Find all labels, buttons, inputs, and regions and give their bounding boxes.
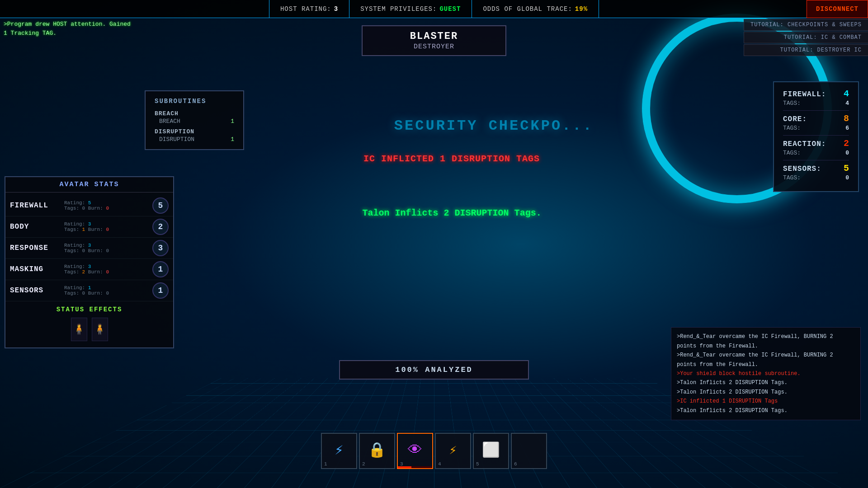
entity-name: Blaster: [390, 31, 478, 42]
status-effects-label: Status Effects: [5, 301, 173, 316]
body-tags: 1: [82, 227, 85, 232]
hotbar-num-6: 6: [514, 461, 517, 467]
core-tags-row: TAGS: 6: [783, 125, 849, 131]
mask-rating: 3: [88, 264, 91, 269]
firewall-label: Firewall:: [783, 90, 826, 99]
reaction-tags-label: TAGS:: [783, 150, 801, 156]
trace-label: Odds of Global Trace:: [483, 5, 572, 13]
stat-name-masking: Masking: [10, 265, 64, 273]
status-icon-2: 🧍: [92, 318, 108, 341]
hotbar-num-4: 4: [438, 461, 441, 467]
body-rating: 3: [88, 221, 91, 227]
sensors-stat-row: Sensors: 5: [783, 163, 849, 174]
hotbar-slot-5[interactable]: ⬜ 5: [473, 433, 509, 469]
reaction-tags-row: TAGS: 0: [783, 150, 849, 156]
sub-category-breach: Breach: [155, 110, 234, 117]
stat-details-body: Rating: 3 Tags: 1 Burn: 0: [64, 221, 152, 232]
firewall-tags-label: TAGS:: [783, 100, 801, 107]
avatar-stats-title: Avatar Stats: [5, 177, 173, 192]
sub-item-breach-name: Breach: [159, 118, 180, 125]
reaction-value: 2: [844, 138, 849, 149]
sensors-tags-row: TAGS: 0: [783, 174, 849, 181]
body-burn: 0: [106, 227, 109, 232]
host-rating-label: HOST Rating:: [280, 5, 331, 13]
entity-type: Destroyer: [390, 43, 478, 51]
log-line-7: >Talon Inflicts 2 DISRUPTION Tags.: [677, 406, 855, 415]
log-line-2: >Rend_&_Tear overcame the IC Firewall, B…: [677, 351, 855, 369]
reaction-label: Reaction:: [783, 140, 826, 148]
sub-item-breach: Breach 1: [155, 118, 234, 125]
log-line-1: >Rend_&_Tear overcame the IC Firewall, B…: [677, 332, 855, 351]
entity-panel: Blaster Destroyer: [362, 25, 506, 56]
subroutines-title: Subroutines: [155, 98, 234, 105]
hotbar-bar-fill-3: [398, 466, 411, 468]
top-log: >Program drew HOST attention. Gained 1 T…: [4, 20, 131, 38]
hotbar-icon-5: ⬜: [482, 444, 500, 458]
sens-rating: 1: [88, 285, 91, 291]
top-bar: HOST Rating: 3 System Privileges: GUEST …: [0, 0, 868, 18]
hotbar-slot-2[interactable]: 🔒 2: [359, 433, 395, 469]
fw-burn: 0: [106, 206, 109, 211]
avatar-stats-panel: Avatar Stats Firewall Rating: 5 Tags: 0 …: [5, 176, 174, 348]
top-log-line1: >Program drew HOST attention. Gained: [4, 20, 131, 29]
tutorial-panel: Tutorial: Checkpoints & Sweeps Tutorial:…: [744, 19, 868, 57]
hotbar-slot-6[interactable]: 6: [511, 433, 547, 469]
analysis-bar: 100% Analyzed: [339, 360, 529, 380]
hotbar-icon-4: ⚡: [449, 445, 457, 457]
trace-value: 19%: [575, 5, 588, 13]
tutorial-item-2[interactable]: Tutorial: IC & Combat: [744, 32, 868, 43]
hotbar-num-1: 1: [324, 461, 327, 467]
sensors-tags-label: TAGS:: [783, 174, 801, 181]
combat-message-1: IC inflicted 1 DISRUPTION Tags: [363, 154, 540, 164]
security-checkpoint-text: SECURITY CHECKPO...: [394, 117, 594, 134]
mask-tags: 2: [82, 269, 85, 275]
top-log-line2: 1 Tracking TAG.: [4, 29, 131, 38]
stat-row-firewall: Firewall Rating: 5 Tags: 0 Burn: 0 5: [5, 195, 173, 216]
sensors-label: Sensors:: [783, 165, 821, 173]
sensors-tags-value: 0: [845, 174, 849, 181]
core-stat-row: Core: 8: [783, 113, 849, 124]
stat-name-response: Response: [10, 244, 64, 252]
reaction-stat-row: Reaction: 2: [783, 138, 849, 149]
log-line-5: >Talon Inflicts 2 DISRUPTION Tags.: [677, 388, 855, 397]
stat-row-body: Body Rating: 3 Tags: 1 Burn: 0 2: [5, 216, 173, 238]
hotbar-slot-1[interactable]: ⚡ 1: [321, 433, 357, 469]
host-rating-stat: HOST Rating: 3: [269, 0, 349, 18]
trace-stat: Odds of Global Trace: 19%: [472, 0, 599, 18]
tutorial-item-3[interactable]: Tutorial: Destroyer IC: [744, 44, 868, 56]
firewall-stat-row: Firewall: 4: [783, 89, 849, 99]
hotbar-icon-6: [522, 444, 536, 458]
fw-rating: 5: [88, 200, 91, 206]
stat-ball-masking: 1: [152, 261, 169, 277]
firewall-value: 4: [844, 89, 849, 99]
hotbar-icon-1: ⚡: [335, 444, 343, 458]
analysis-text: 100% Analyzed: [363, 366, 505, 374]
stat-details-response: Rating: 3 Tags: 0 Burn: 0: [64, 243, 152, 253]
hotbar: ⚡ 1 🔒 2 👁 3 ⚡ 4 ⬜ 5 6: [321, 433, 547, 469]
hotbar-slot-4[interactable]: ⚡ 4: [435, 433, 471, 469]
sys-priv-value: GUEST: [439, 5, 461, 13]
disconnect-button[interactable]: Disconnect: [807, 0, 868, 18]
hotbar-slot-3[interactable]: 👁 3: [397, 433, 433, 469]
stat-row-masking: Masking Rating: 3 Tags: 2 Burn: 0 1: [5, 259, 173, 280]
battle-log: >Rend_&_Tear overcame the IC Firewall, B…: [671, 327, 861, 420]
sub-item-disruption: Disruption 1: [155, 136, 234, 143]
sens-tags: 0: [82, 291, 85, 296]
stat-ball-firewall: 5: [152, 197, 169, 214]
fw-tags: 0: [82, 206, 85, 211]
stat-ball-sensors: 1: [152, 282, 169, 299]
resp-tags: 0: [82, 248, 85, 253]
stat-details-sensors: Rating: 1 Tags: 0 Burn: 0: [64, 285, 152, 296]
hotbar-icon-3: 👁: [408, 444, 422, 458]
status-icons-area: 🧍 🧍: [5, 316, 173, 343]
stat-name-sensors: Sensors: [10, 286, 64, 295]
tutorial-item-1[interactable]: Tutorial: Checkpoints & Sweeps: [744, 19, 868, 31]
stat-details-firewall: Rating: 5 Tags: 0 Burn: 0: [64, 200, 152, 211]
sys-priv-label: System Privileges:: [360, 5, 437, 13]
stat-row-response: Response Rating: 3 Tags: 0 Burn: 0 3: [5, 238, 173, 259]
resp-rating: 3: [88, 243, 91, 248]
log-line-4: >Talon Inflicts 2 DISRUPTION Tags.: [677, 378, 855, 387]
stat-ball-body: 2: [152, 219, 169, 235]
stat-details-masking: Rating: 3 Tags: 2 Burn: 0: [64, 264, 152, 275]
sub-item-disruption-name: Disruption: [159, 136, 194, 143]
